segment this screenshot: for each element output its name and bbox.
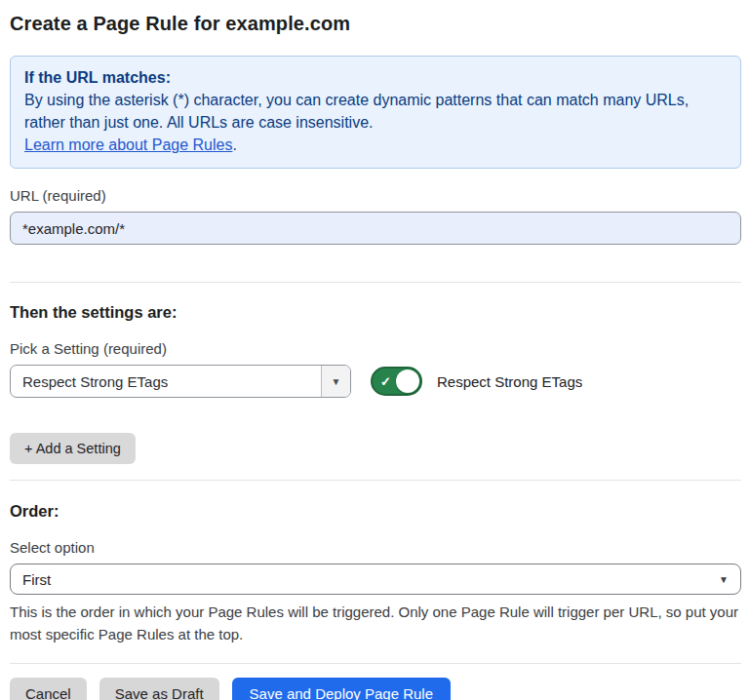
page-title: Create a Page Rule for example.com [10,12,741,35]
setting-select[interactable]: Respect Strong ETags ▼ [10,365,351,398]
pick-setting-label: Pick a Setting (required) [10,340,741,358]
save-as-draft-button[interactable]: Save as Draft [99,678,219,700]
link-suffix-text: . [232,136,236,153]
url-matches-info-box: If the URL matches: By using the asteris… [10,56,741,169]
add-setting-button[interactable]: + Add a Setting [10,433,136,464]
divider [10,663,741,664]
order-select-value: First [22,571,51,588]
order-section-heading: Order: [10,501,741,521]
cancel-button[interactable]: Cancel [10,678,87,700]
settings-section-heading: Then the settings are: [10,302,741,322]
setting-select-arrow-button[interactable]: ▼ [321,366,350,397]
toggle-label: Respect Strong ETags [437,373,582,390]
chevron-down-icon: ▼ [719,574,729,585]
info-box-link-line: Learn more about Page Rules. [24,134,727,156]
footer-actions: Cancel Save as Draft Save and Deploy Pag… [10,678,741,700]
divider [10,282,741,283]
info-box-heading: If the URL matches: [24,66,727,89]
url-input[interactable] [10,212,741,245]
check-icon: ✓ [380,375,391,388]
order-select-label: Select option [10,539,741,557]
divider [10,480,741,481]
chevron-down-icon: ▼ [332,376,341,387]
respect-strong-etags-toggle[interactable]: ✓ [371,367,422,396]
url-field-label: URL (required) [10,187,741,205]
save-and-deploy-button[interactable]: Save and Deploy Page Rule [232,678,451,700]
info-box-body: By using the asterisk (*) character, you… [24,89,727,134]
setting-row: Respect Strong ETags ▼ ✓ Respect Strong … [10,365,741,398]
order-help-text: This is the order in which your Page Rul… [10,602,741,645]
toggle-knob [396,369,419,393]
order-select[interactable]: First ▼ [10,564,741,595]
learn-more-page-rules-link[interactable]: Learn more about Page Rules [24,136,232,153]
create-page-rule-form: Create a Page Rule for example.com If th… [0,0,750,700]
setting-select-value: Respect Strong ETags [11,366,321,397]
